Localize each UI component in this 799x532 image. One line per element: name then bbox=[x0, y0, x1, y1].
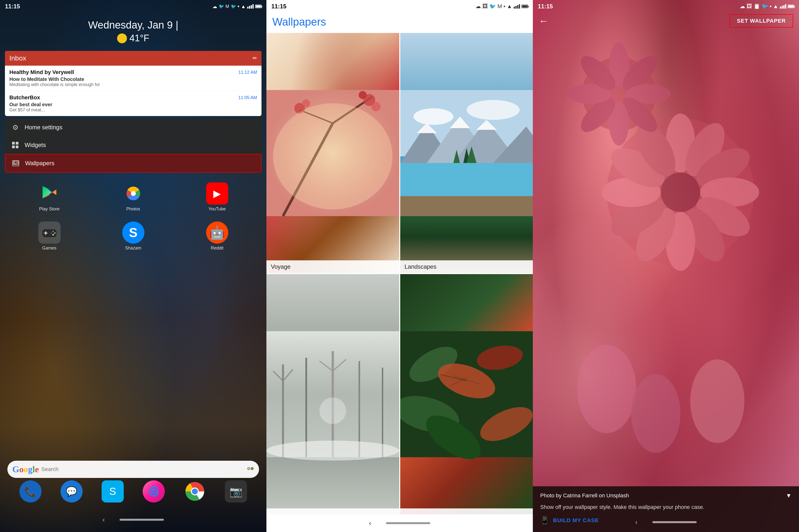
gear-icon: ⚙ bbox=[11, 123, 20, 132]
search-input[interactable] bbox=[41, 466, 242, 473]
svg-point-28 bbox=[371, 102, 380, 111]
wallpapers-nav-bar: ‹ bbox=[266, 514, 533, 532]
edit-icon[interactable]: ✏ bbox=[253, 55, 257, 61]
twitter-icon: 🐦 bbox=[762, 3, 768, 10]
google-search-bar[interactable]: Google bbox=[7, 461, 259, 478]
shazam-icon: S bbox=[122, 222, 144, 244]
flower-wallpaper bbox=[533, 0, 799, 532]
wallpaper-tile-gray[interactable] bbox=[266, 274, 399, 514]
svg-point-35 bbox=[413, 108, 453, 125]
app-photos[interactable]: Photos bbox=[122, 183, 144, 212]
back-button[interactable]: ‹ bbox=[635, 518, 637, 526]
svg-point-16 bbox=[248, 468, 250, 470]
dock-chrome[interactable] bbox=[184, 480, 206, 502]
home-nav-bar: ‹ bbox=[0, 508, 266, 532]
sender-name: Healthy Mind by Verywell bbox=[10, 69, 74, 75]
dot-icon: • bbox=[504, 3, 505, 10]
google-mic-icon[interactable] bbox=[247, 465, 254, 474]
email-preview: Get $57 of meat... bbox=[10, 108, 257, 113]
svg-point-13 bbox=[51, 232, 52, 234]
set-wallpaper-button[interactable]: SET WALLPAPER bbox=[730, 14, 793, 27]
app-shazam[interactable]: S Shazam bbox=[122, 222, 144, 251]
signal-icon bbox=[247, 4, 254, 8]
detail-top-bar: ← SET WALLPAPER bbox=[533, 12, 799, 31]
svg-point-14 bbox=[52, 234, 54, 235]
wallpaper-detail-screen: 11:15 ☁ 🖼 📋 🐦 • ▲ ← SET WALLPAPER Photo … bbox=[533, 0, 799, 532]
battery-icon bbox=[788, 5, 794, 8]
weather-display: 41°F bbox=[5, 33, 261, 43]
dot-icon: • bbox=[238, 3, 240, 10]
svg-point-7 bbox=[131, 191, 136, 196]
dock: 📞 💬 S 🌀 📷 bbox=[0, 480, 266, 502]
app-reddit[interactable]: 🤖 Reddit bbox=[206, 222, 228, 251]
svg-rect-48 bbox=[400, 196, 533, 216]
back-button[interactable]: ← bbox=[539, 16, 549, 26]
dock-skype[interactable]: S bbox=[101, 480, 124, 502]
google-logo: Google bbox=[12, 464, 39, 474]
app-label: Photos bbox=[126, 207, 140, 212]
menu-item-wallpapers[interactable]: Wallpapers bbox=[5, 154, 261, 173]
svg-rect-44 bbox=[400, 163, 533, 196]
dock-spiral[interactable]: 🌀 bbox=[143, 480, 165, 502]
email-subject: Our best deal ever bbox=[10, 102, 257, 108]
landscapes-preview bbox=[400, 33, 533, 273]
wifi-icon: ▲ bbox=[773, 3, 778, 10]
dock-phone[interactable]: 📞 bbox=[19, 480, 41, 502]
app-row-2: Games S Shazam 🤖 Reddit bbox=[0, 216, 266, 253]
app-youtube[interactable]: ▶ YouTube bbox=[206, 183, 228, 212]
gray-preview bbox=[266, 274, 399, 514]
email-time: 11:05 AM bbox=[238, 95, 257, 100]
home-time: 11:15 bbox=[5, 3, 20, 10]
chevron-down-icon[interactable]: ▼ bbox=[786, 492, 792, 499]
dock-messages[interactable]: 💬 bbox=[60, 480, 83, 502]
home-indicator[interactable] bbox=[119, 519, 164, 521]
wallpapers-time: 11:15 bbox=[271, 3, 286, 10]
app-label: Reddit bbox=[210, 246, 223, 251]
gray-art bbox=[266, 274, 399, 514]
svg-point-98 bbox=[690, 359, 744, 443]
svg-point-61 bbox=[319, 398, 346, 424]
back-button[interactable]: ‹ bbox=[103, 516, 105, 524]
photos-icon bbox=[122, 183, 144, 205]
svg-point-97 bbox=[631, 374, 681, 453]
inbox-title: Inbox bbox=[10, 54, 26, 62]
app-play-store[interactable]: Play Store bbox=[38, 183, 60, 212]
skype-icon: S bbox=[109, 486, 116, 497]
email-subject: How to Meditate With Chocolate bbox=[10, 76, 257, 82]
wallpaper-grid: Voyage bbox=[266, 33, 533, 514]
inbox-item[interactable]: ButcherBox 11:05 AM Our best deal ever G… bbox=[5, 91, 261, 116]
home-indicator[interactable] bbox=[652, 521, 697, 523]
menu-item-home-settings[interactable]: ⚙ Home settings bbox=[5, 118, 261, 136]
detail-status-bar: 11:15 ☁ 🖼 📋 🐦 • ▲ bbox=[533, 0, 799, 12]
image-icon: 🖼 bbox=[747, 3, 752, 10]
svg-point-86 bbox=[661, 173, 700, 212]
back-button[interactable]: ‹ bbox=[369, 519, 371, 527]
menu-item-widgets[interactable]: Widgets bbox=[5, 136, 261, 154]
date-text: Wednesday, Jan 9 bbox=[88, 19, 173, 31]
photo-credit: Photo by Catrina Farrell on Unsplash ▼ bbox=[540, 492, 792, 499]
dock-camera[interactable]: 📷 bbox=[225, 480, 247, 502]
inbox-widget[interactable]: Inbox ✏ Healthy Mind by Verywell 11:12 A… bbox=[5, 51, 261, 116]
email-time: 11:12 AM bbox=[238, 70, 257, 75]
widgets-icon bbox=[11, 140, 20, 150]
inbox-item[interactable]: Healthy Mind by Verywell 11:12 AM How to… bbox=[5, 65, 261, 91]
cloud-icon: ☁ bbox=[476, 3, 481, 10]
notes-icon: 📋 bbox=[754, 3, 760, 10]
detail-status-icons: ☁ 🖼 📋 🐦 • ▲ bbox=[740, 3, 794, 10]
home-indicator[interactable] bbox=[386, 522, 430, 524]
temperature-text: 41°F bbox=[129, 33, 149, 43]
wallpaper-tile-landscapes[interactable]: Landscapes bbox=[400, 33, 533, 273]
app-label: YouTube bbox=[208, 207, 226, 212]
detail-nav-bar: ‹ bbox=[533, 512, 799, 532]
wallpaper-icon bbox=[11, 159, 20, 168]
tropical-preview bbox=[400, 274, 533, 514]
wallpaper-tile-tropical[interactable] bbox=[400, 274, 533, 514]
date-display: Wednesday, Jan 9 | bbox=[5, 19, 261, 31]
wallpaper-tile-voyage[interactable]: Voyage bbox=[266, 33, 399, 273]
app-games[interactable]: Games bbox=[38, 222, 60, 251]
signal-icon bbox=[514, 4, 520, 8]
svg-rect-1 bbox=[16, 142, 18, 145]
wallpapers-screen: 11:15 ☁ 🖼 🐦 M • ▲ Wallpapers bbox=[266, 0, 533, 532]
twitter2-icon: 🐦 bbox=[231, 4, 236, 9]
svg-point-96 bbox=[577, 345, 636, 433]
